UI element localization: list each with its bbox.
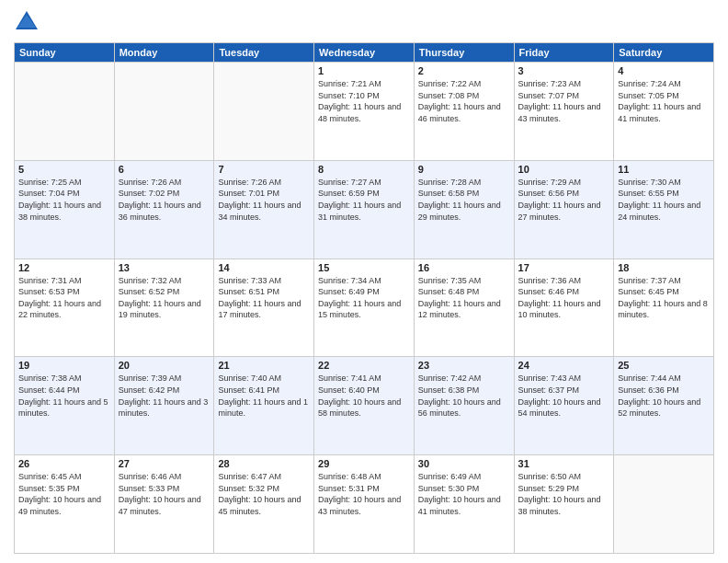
calendar-cell	[614, 455, 714, 554]
calendar-cell: 18Sunrise: 7:37 AM Sunset: 6:45 PM Dayli…	[614, 259, 714, 357]
day-number: 8	[318, 164, 410, 175]
calendar-cell: 20Sunrise: 7:39 AM Sunset: 6:42 PM Dayli…	[114, 357, 214, 455]
day-number: 4	[618, 65, 710, 76]
day-content: Sunrise: 6:47 AM Sunset: 5:32 PM Dayligh…	[218, 471, 310, 517]
calendar-cell: 1Sunrise: 7:21 AM Sunset: 7:10 PM Daylig…	[314, 63, 415, 161]
calendar-header-row: SundayMondayTuesdayWednesdayThursdayFrid…	[15, 43, 714, 63]
calendar-cell: 22Sunrise: 7:41 AM Sunset: 6:40 PM Dayli…	[314, 357, 415, 455]
calendar-week-row: 26Sunrise: 6:45 AM Sunset: 5:35 PM Dayli…	[15, 455, 714, 554]
day-content: Sunrise: 7:22 AM Sunset: 7:08 PM Dayligh…	[418, 78, 510, 124]
calendar-header-monday: Monday	[114, 43, 214, 63]
calendar-cell: 23Sunrise: 7:42 AM Sunset: 6:38 PM Dayli…	[414, 357, 514, 455]
svg-marker-1	[17, 15, 36, 28]
day-content: Sunrise: 7:36 AM Sunset: 6:46 PM Dayligh…	[518, 275, 610, 321]
calendar-cell: 11Sunrise: 7:30 AM Sunset: 6:55 PM Dayli…	[614, 160, 714, 259]
day-number: 10	[518, 164, 610, 175]
day-content: Sunrise: 7:34 AM Sunset: 6:49 PM Dayligh…	[318, 275, 410, 321]
calendar-cell: 15Sunrise: 7:34 AM Sunset: 6:49 PM Dayli…	[314, 259, 415, 357]
day-content: Sunrise: 7:43 AM Sunset: 6:37 PM Dayligh…	[518, 373, 610, 419]
day-content: Sunrise: 7:23 AM Sunset: 7:07 PM Dayligh…	[518, 78, 610, 124]
calendar-cell: 3Sunrise: 7:23 AM Sunset: 7:07 PM Daylig…	[514, 63, 614, 161]
logo	[14, 9, 43, 35]
calendar-cell: 4Sunrise: 7:24 AM Sunset: 7:05 PM Daylig…	[614, 63, 714, 161]
day-content: Sunrise: 6:49 AM Sunset: 5:30 PM Dayligh…	[418, 471, 510, 517]
day-content: Sunrise: 7:44 AM Sunset: 6:36 PM Dayligh…	[618, 373, 710, 419]
day-number: 26	[18, 458, 110, 469]
day-content: Sunrise: 6:45 AM Sunset: 5:35 PM Dayligh…	[18, 471, 110, 517]
calendar-cell	[114, 63, 214, 161]
day-number: 17	[518, 262, 610, 273]
calendar-cell: 16Sunrise: 7:35 AM Sunset: 6:48 PM Dayli…	[414, 259, 514, 357]
day-content: Sunrise: 6:48 AM Sunset: 5:31 PM Dayligh…	[318, 471, 410, 517]
calendar-cell: 25Sunrise: 7:44 AM Sunset: 6:36 PM Dayli…	[614, 357, 714, 455]
day-content: Sunrise: 7:32 AM Sunset: 6:52 PM Dayligh…	[119, 275, 210, 321]
day-content: Sunrise: 6:46 AM Sunset: 5:33 PM Dayligh…	[119, 471, 210, 517]
calendar-cell: 14Sunrise: 7:33 AM Sunset: 6:51 PM Dayli…	[214, 259, 314, 357]
calendar-cell: 9Sunrise: 7:28 AM Sunset: 6:58 PM Daylig…	[414, 160, 514, 259]
day-number: 25	[618, 360, 710, 371]
day-content: Sunrise: 7:26 AM Sunset: 7:01 PM Dayligh…	[218, 177, 310, 223]
calendar-week-row: 12Sunrise: 7:31 AM Sunset: 6:53 PM Dayli…	[15, 259, 714, 357]
calendar-header-sunday: Sunday	[15, 43, 115, 63]
day-content: Sunrise: 7:24 AM Sunset: 7:05 PM Dayligh…	[618, 78, 710, 124]
calendar-cell: 26Sunrise: 6:45 AM Sunset: 5:35 PM Dayli…	[15, 455, 115, 554]
day-number: 2	[418, 65, 510, 76]
day-number: 3	[518, 65, 610, 76]
calendar-header-saturday: Saturday	[614, 43, 714, 63]
day-number: 29	[318, 458, 410, 469]
calendar-cell	[214, 63, 314, 161]
calendar-header-tuesday: Tuesday	[214, 43, 314, 63]
calendar-cell: 31Sunrise: 6:50 AM Sunset: 5:29 PM Dayli…	[514, 455, 614, 554]
calendar-cell: 27Sunrise: 6:46 AM Sunset: 5:33 PM Dayli…	[114, 455, 214, 554]
day-number: 16	[418, 262, 510, 273]
day-number: 14	[218, 262, 310, 273]
calendar-header-thursday: Thursday	[414, 43, 514, 63]
calendar-cell: 7Sunrise: 7:26 AM Sunset: 7:01 PM Daylig…	[214, 160, 314, 259]
calendar-table: SundayMondayTuesdayWednesdayThursdayFrid…	[14, 42, 714, 554]
calendar-cell: 28Sunrise: 6:47 AM Sunset: 5:32 PM Dayli…	[214, 455, 314, 554]
day-number: 31	[518, 458, 610, 469]
day-content: Sunrise: 7:21 AM Sunset: 7:10 PM Dayligh…	[318, 78, 410, 124]
calendar-cell: 5Sunrise: 7:25 AM Sunset: 7:04 PM Daylig…	[15, 160, 115, 259]
calendar-cell: 6Sunrise: 7:26 AM Sunset: 7:02 PM Daylig…	[114, 160, 214, 259]
day-number: 12	[18, 262, 110, 273]
calendar-cell: 29Sunrise: 6:48 AM Sunset: 5:31 PM Dayli…	[314, 455, 415, 554]
day-content: Sunrise: 7:40 AM Sunset: 6:41 PM Dayligh…	[218, 373, 310, 419]
day-content: Sunrise: 7:33 AM Sunset: 6:51 PM Dayligh…	[218, 275, 310, 321]
day-content: Sunrise: 7:38 AM Sunset: 6:44 PM Dayligh…	[18, 373, 110, 419]
day-number: 7	[218, 164, 310, 175]
header	[14, 9, 714, 35]
day-content: Sunrise: 7:25 AM Sunset: 7:04 PM Dayligh…	[18, 177, 110, 223]
day-number: 1	[318, 65, 410, 76]
day-content: Sunrise: 7:42 AM Sunset: 6:38 PM Dayligh…	[418, 373, 510, 419]
day-number: 23	[418, 360, 510, 371]
day-number: 5	[18, 164, 110, 175]
day-number: 20	[119, 360, 210, 371]
day-number: 15	[318, 262, 410, 273]
calendar-cell: 30Sunrise: 6:49 AM Sunset: 5:30 PM Dayli…	[414, 455, 514, 554]
day-number: 21	[218, 360, 310, 371]
day-number: 27	[119, 458, 210, 469]
calendar-cell: 13Sunrise: 7:32 AM Sunset: 6:52 PM Dayli…	[114, 259, 214, 357]
day-number: 13	[119, 262, 210, 273]
calendar-week-row: 1Sunrise: 7:21 AM Sunset: 7:10 PM Daylig…	[15, 63, 714, 161]
day-number: 6	[119, 164, 210, 175]
day-number: 11	[618, 164, 710, 175]
calendar-week-row: 19Sunrise: 7:38 AM Sunset: 6:44 PM Dayli…	[15, 357, 714, 455]
day-content: Sunrise: 7:35 AM Sunset: 6:48 PM Dayligh…	[418, 275, 510, 321]
day-number: 24	[518, 360, 610, 371]
calendar-header-friday: Friday	[514, 43, 614, 63]
day-content: Sunrise: 7:41 AM Sunset: 6:40 PM Dayligh…	[318, 373, 410, 419]
calendar-cell: 2Sunrise: 7:22 AM Sunset: 7:08 PM Daylig…	[414, 63, 514, 161]
calendar-cell	[15, 63, 115, 161]
day-content: Sunrise: 7:31 AM Sunset: 6:53 PM Dayligh…	[18, 275, 110, 321]
day-content: Sunrise: 7:37 AM Sunset: 6:45 PM Dayligh…	[618, 275, 710, 321]
calendar-cell: 19Sunrise: 7:38 AM Sunset: 6:44 PM Dayli…	[15, 357, 115, 455]
day-number: 19	[18, 360, 110, 371]
day-number: 30	[418, 458, 510, 469]
day-content: Sunrise: 7:39 AM Sunset: 6:42 PM Dayligh…	[119, 373, 210, 419]
calendar-cell: 17Sunrise: 7:36 AM Sunset: 6:46 PM Dayli…	[514, 259, 614, 357]
day-number: 22	[318, 360, 410, 371]
calendar-cell: 10Sunrise: 7:29 AM Sunset: 6:56 PM Dayli…	[514, 160, 614, 259]
day-content: Sunrise: 7:27 AM Sunset: 6:59 PM Dayligh…	[318, 177, 410, 223]
